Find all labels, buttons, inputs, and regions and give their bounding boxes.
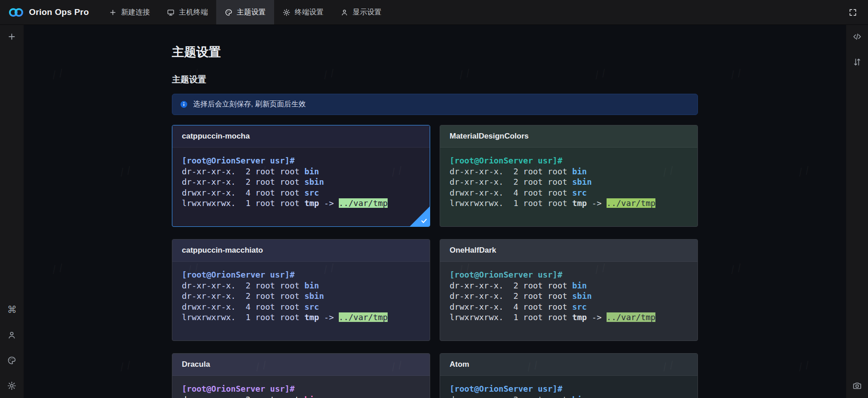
- terminal-line: dr-xr-xr-x. 2 root root bin: [182, 280, 420, 291]
- terminal-line: dr-xr-xr-x. 2 root root sbin: [450, 177, 688, 187]
- app-shell: ⌘ 主题设置 主题设置 选择后会立刻保存, 刷新页面后生效 catppuccin…: [0, 25, 868, 398]
- nav-item-label: 终端设置: [294, 8, 323, 17]
- terminal-line: dr-xr-xr-x. 2 root root sbin: [182, 291, 420, 302]
- nav-item-theme-settings[interactable]: 主题设置: [216, 0, 274, 24]
- theme-card-title: MaterialDesignColors: [440, 125, 697, 148]
- fullscreen-icon: [849, 8, 857, 17]
- theme-card-catppuccin-mocha[interactable]: catppuccin-mocha[root@OrionServer usr]#d…: [172, 125, 430, 227]
- left-sidebar-top: [6, 31, 17, 42]
- app-title: Orion Ops Pro: [29, 7, 89, 17]
- nav-item-host-terminal[interactable]: 主机终端: [158, 0, 216, 24]
- rail-sort-button[interactable]: [852, 57, 863, 67]
- theme-preview-terminal: [root@OrionServer usr]#dr-xr-xr-x. 2 roo…: [440, 376, 697, 398]
- nav-item-terminal-settings[interactable]: 终端设置: [274, 0, 332, 24]
- terminal-prompt: [root@OrionServer usr]#: [182, 384, 420, 394]
- command-icon: ⌘: [7, 305, 16, 314]
- info-alert: 选择后会立刻保存, 刷新页面后生效: [172, 94, 698, 115]
- right-sidebar: [846, 25, 868, 398]
- rail-command-button[interactable]: ⌘: [6, 304, 17, 315]
- watermark-mark: //: [50, 261, 66, 276]
- watermark-mark: //: [50, 67, 66, 81]
- plus-icon: [109, 9, 117, 16]
- terminal-prompt: [root@OrionServer usr]#: [450, 269, 688, 280]
- terminal-line: dr-xr-xr-x. 2 root root sbin: [182, 177, 420, 187]
- terminal-line: dr-xr-xr-x. 2 root root bin: [450, 394, 688, 398]
- theme-card-MaterialDesignColors[interactable]: MaterialDesignColors[root@OrionServer us…: [440, 125, 698, 227]
- palette-icon: [7, 356, 16, 365]
- terminal-line: lrwxrwxrwx. 1 root root tmp -> ../var/tm…: [182, 198, 420, 209]
- theme-preview-terminal: [root@OrionServer usr]#dr-xr-xr-x. 2 roo…: [172, 376, 430, 398]
- nav-item-label: 新建连接: [121, 8, 150, 17]
- theme-card-title: OneHalfDark: [440, 240, 697, 262]
- right-sidebar-bottom: [852, 380, 863, 391]
- alert-text: 选择后会立刻保存, 刷新页面后生效: [193, 100, 306, 109]
- terminal-prompt: [root@OrionServer usr]#: [450, 155, 688, 166]
- terminal-line: drwxr-xr-x. 4 root root src: [450, 302, 688, 312]
- gear-icon: [7, 381, 16, 390]
- watermark-mark: //: [118, 359, 134, 373]
- terminal-line: dr-xr-xr-x. 2 root root bin: [450, 166, 688, 177]
- theme-preview-terminal: [root@OrionServer usr]#dr-xr-xr-x. 2 roo…: [440, 262, 697, 323]
- terminal-line: lrwxrwxrwx. 1 root root tmp -> ../var/tm…: [182, 312, 420, 323]
- watermark-mark: //: [728, 67, 745, 81]
- app-brand: Orion Ops Pro: [0, 0, 100, 24]
- theme-card-title: catppuccin-mocha: [172, 125, 430, 148]
- theme-card-title: catppuccin-macchiato: [172, 240, 430, 262]
- theme-card-title: Dracula: [172, 354, 430, 376]
- terminal-line: dr-xr-xr-x. 2 root root bin: [182, 394, 420, 398]
- rail-camera-button[interactable]: [852, 380, 863, 391]
- app-logo-icon: [8, 7, 24, 18]
- camera-icon: [853, 381, 862, 390]
- terminal-line: dr-xr-xr-x. 2 root root bin: [182, 166, 420, 177]
- terminal-line: drwxr-xr-x. 4 root root src: [182, 302, 420, 312]
- nav-item-display-settings[interactable]: 显示设置: [332, 0, 390, 24]
- main-content: 主题设置 主题设置 选择后会立刻保存, 刷新页面后生效 catppuccin-m…: [24, 25, 846, 398]
- page-title: 主题设置: [172, 44, 698, 60]
- theme-card-catppuccin-macchiato[interactable]: catppuccin-macchiato[root@OrionServer us…: [172, 239, 430, 341]
- section-title: 主题设置: [172, 74, 698, 86]
- nav-item-label: 主题设置: [237, 8, 266, 17]
- rail-user-button[interactable]: [6, 330, 17, 340]
- nav-item-label: 显示设置: [352, 8, 381, 17]
- monitor-icon: [167, 9, 175, 16]
- right-sidebar-top: [852, 31, 863, 67]
- info-icon: [180, 101, 188, 108]
- gear-icon: [283, 9, 290, 16]
- code-icon: [853, 32, 862, 41]
- theme-preview-terminal: [root@OrionServer usr]#dr-xr-xr-x. 2 roo…: [172, 148, 430, 209]
- left-sidebar-bottom: ⌘: [6, 304, 17, 391]
- theme-card-OneHalfDark[interactable]: OneHalfDark[root@OrionServer usr]#dr-xr-…: [440, 239, 698, 341]
- top-navbar: Orion Ops Pro 新建连接主机终端主题设置终端设置显示设置: [0, 0, 868, 25]
- theme-grid: catppuccin-mocha[root@OrionServer usr]#d…: [172, 125, 698, 398]
- user-icon: [341, 9, 348, 16]
- fullscreen-button[interactable]: [844, 4, 861, 20]
- user-icon: [7, 331, 16, 340]
- terminal-line: drwxr-xr-x. 4 root root src: [450, 187, 688, 198]
- terminal-line: lrwxrwxrwx. 1 root root tmp -> ../var/tm…: [450, 312, 688, 323]
- terminal-line: dr-xr-xr-x. 2 root root sbin: [450, 291, 688, 302]
- nav-item-new-connection[interactable]: 新建连接: [100, 0, 158, 24]
- terminal-line: lrwxrwxrwx. 1 root root tmp -> ../var/tm…: [450, 198, 688, 209]
- terminal-prompt: [root@OrionServer usr]#: [182, 155, 420, 166]
- nav-item-label: 主机终端: [179, 8, 208, 17]
- main-nav: 新建连接主机终端主题设置终端设置显示设置: [100, 0, 390, 24]
- left-sidebar: ⌘: [0, 25, 24, 398]
- theme-preview-terminal: [root@OrionServer usr]#dr-xr-xr-x. 2 roo…: [440, 148, 697, 209]
- plus-icon: [7, 32, 16, 41]
- rail-palette-button[interactable]: [6, 355, 17, 366]
- watermark-mark: //: [796, 164, 812, 178]
- terminal-prompt: [root@OrionServer usr]#: [182, 269, 420, 280]
- rail-code-button[interactable]: [852, 31, 863, 42]
- watermark-mark: //: [728, 261, 745, 276]
- watermark-mark: //: [118, 164, 134, 178]
- terminal-line: dr-xr-xr-x. 2 root root bin: [450, 280, 688, 291]
- rail-gear-button[interactable]: [6, 380, 17, 391]
- theme-card-Atom[interactable]: Atom[root@OrionServer usr]#dr-xr-xr-x. 2…: [440, 353, 698, 398]
- theme-card-Dracula[interactable]: Dracula[root@OrionServer usr]#dr-xr-xr-x…: [172, 353, 430, 398]
- sort-icon: [853, 58, 862, 67]
- content-container: 主题设置 主题设置 选择后会立刻保存, 刷新页面后生效 catppuccin-m…: [172, 44, 698, 398]
- check-icon: [420, 217, 428, 225]
- rail-plus-button[interactable]: [6, 31, 17, 42]
- terminal-line: drwxr-xr-x. 4 root root src: [182, 187, 420, 198]
- watermark-mark: //: [796, 359, 812, 373]
